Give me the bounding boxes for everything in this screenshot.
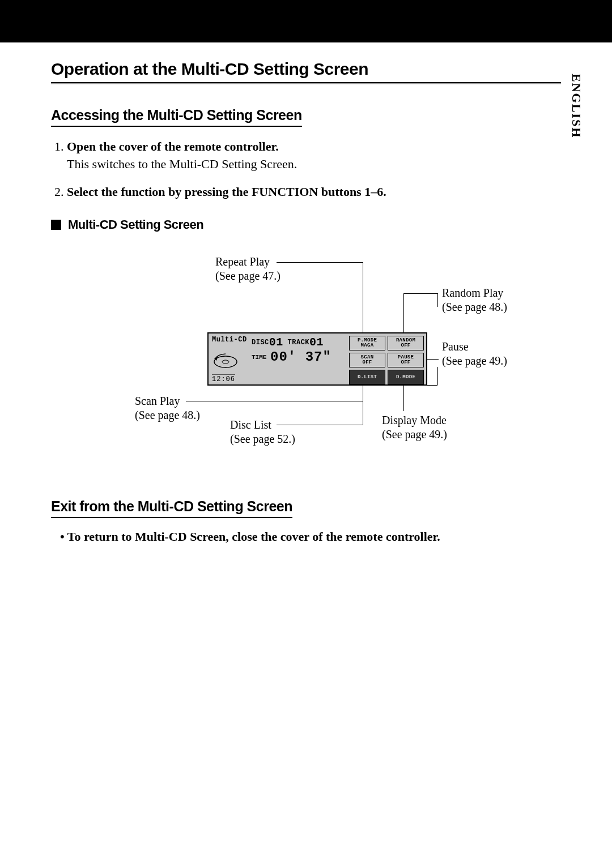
- callout-pause: Pause (See page 49.): [442, 340, 507, 368]
- lcd-btn-scan: SCAN OFF: [349, 353, 385, 367]
- screen-subheading-text: Multi-CD Setting Screen: [68, 217, 203, 232]
- callout-dispmode-ref: (See page 49.): [382, 427, 447, 442]
- leader-line: [363, 262, 363, 334]
- page-content: ENGLISH Operation at the Multi-CD Settin…: [0, 42, 612, 868]
- section-title: Operation at the Multi-CD Setting Screen: [51, 59, 561, 79]
- lcd-track-num: 01: [309, 336, 324, 349]
- callout-random-ref: (See page 48.): [442, 300, 507, 314]
- callout-scan-ref: (See page 48.): [135, 408, 200, 422]
- language-tab: ENGLISH: [569, 74, 584, 138]
- leader-line: [437, 367, 438, 385]
- leader-line: [437, 293, 438, 307]
- callout-scan: Scan Play (See page 48.): [135, 394, 200, 422]
- lcd-btn-pmode-l2: MAGA: [361, 343, 374, 348]
- leader-line: [403, 385, 404, 411]
- accessing-heading: Accessing the Multi-CD Setting Screen: [51, 107, 302, 127]
- svg-point-0: [214, 356, 237, 367]
- lcd-btn-pmode: P.MODE MAGA: [349, 336, 385, 350]
- lcd-mode-label: Multi-CD: [212, 336, 247, 344]
- callout-random-title: Random Play: [442, 286, 507, 300]
- lcd-screen: Multi-CD DISC01 TRACK01 TIME 00' 37": [207, 332, 427, 386]
- lcd-clock: 12:06: [212, 374, 235, 383]
- steps-list: Open the cover of the remote controller.…: [51, 138, 561, 200]
- step-1-main: Open the cover of the remote controller.: [67, 139, 279, 153]
- leader-line: [186, 401, 363, 401]
- lcd-disc-label: DISC: [252, 339, 269, 347]
- lcd-disc-track: DISC01 TRACK01: [252, 336, 324, 349]
- square-bullet-icon: [51, 220, 61, 230]
- callout-repeat: Repeat Play (See page 47.): [215, 255, 280, 283]
- screen-subheading: Multi-CD Setting Screen: [51, 217, 561, 232]
- leader-line: [277, 262, 363, 263]
- lcd-track-label: TRACK: [288, 339, 310, 347]
- lcd-btn-pause-l2: OFF: [401, 360, 410, 365]
- lcd-disc-num: 01: [269, 336, 283, 349]
- step-1: Open the cover of the remote controller.…: [67, 138, 561, 173]
- lcd-btn-random-l2: OFF: [401, 343, 410, 348]
- callout-dispmode-title: Display Mode: [382, 413, 447, 427]
- lcd-btn-dlist: D.LIST: [349, 370, 385, 384]
- exit-list: To return to Multi-CD Screen, close the …: [60, 529, 561, 544]
- step-2-main: Select the function by pressing the FUNC…: [67, 185, 386, 199]
- leader-line: [403, 293, 437, 294]
- lcd-btn-dmode: D.MODE: [388, 370, 424, 384]
- callout-pause-title: Pause: [442, 340, 507, 354]
- lcd-time-value: 00' 37": [270, 349, 332, 365]
- step-2: Select the function by pressing the FUNC…: [67, 183, 561, 201]
- lcd-btn-random: RANDOM OFF: [388, 336, 424, 350]
- callout-repeat-ref: (See page 47.): [215, 269, 280, 283]
- lcd-left-panel: Multi-CD DISC01 TRACK01 TIME 00' 37": [209, 333, 349, 384]
- callout-pause-ref: (See page 49.): [442, 354, 507, 368]
- callout-random: Random Play (See page 48.): [442, 286, 507, 314]
- leader-line: [363, 385, 363, 425]
- lcd-time-row: TIME 00' 37": [252, 349, 332, 365]
- lcd-btn-dlist-l1: D.LIST: [358, 375, 377, 380]
- callout-repeat-title: Repeat Play: [215, 255, 280, 269]
- disc-spinner-icon: [212, 350, 239, 371]
- callout-disc-list: Disc List (See page 52.): [230, 418, 295, 446]
- lcd-btn-dmode-l1: D.MODE: [396, 375, 415, 380]
- leader-line: [277, 425, 363, 425]
- lcd-btn-scan-l2: OFF: [362, 360, 372, 365]
- callout-display-mode: Display Mode (See page 49.): [382, 413, 447, 442]
- exit-heading: Exit from the Multi-CD Setting Screen: [51, 498, 292, 518]
- leader-line: [403, 293, 404, 334]
- header-black-bar: [0, 0, 612, 42]
- lcd-time-label: TIME: [252, 354, 266, 361]
- callout-disclist-ref: (See page 52.): [230, 432, 295, 446]
- step-1-sub: This switches to the Multi-CD Setting Sc…: [67, 156, 561, 173]
- title-rule: [51, 82, 561, 84]
- lcd-button-grid: P.MODE MAGA RANDOM OFF SCAN OFF PAUSE OF…: [349, 336, 424, 384]
- svg-point-1: [222, 360, 229, 364]
- exit-bullet: To return to Multi-CD Screen, close the …: [60, 529, 561, 544]
- lcd-btn-pause: PAUSE OFF: [388, 353, 424, 367]
- diagram: Repeat Play (See page 47.) Random Play (…: [125, 255, 589, 470]
